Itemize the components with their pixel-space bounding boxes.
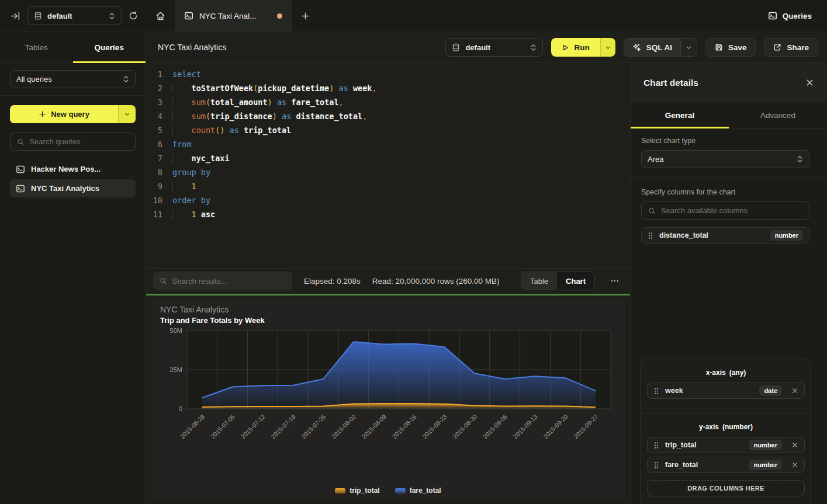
queries-button[interactable]: Queries <box>768 11 812 20</box>
y-axis-heading: y-axis(number) <box>647 423 805 431</box>
chart-type-select[interactable]: Area <box>641 150 809 168</box>
code-line[interactable]: 10order by <box>146 193 630 207</box>
terminal-icon <box>16 165 25 174</box>
query-toolbar: NYC Taxi Analytics default Run <box>146 32 827 63</box>
chart-title: NYC Taxi Analytics <box>160 305 616 314</box>
drag-handle-icon[interactable] <box>648 232 653 239</box>
share-icon <box>773 43 781 51</box>
remove-column-button[interactable] <box>791 387 798 394</box>
sidebar-tab-queries[interactable]: Queries <box>73 32 146 62</box>
share-button-label: Share <box>787 43 809 52</box>
code-line[interactable]: 11 1 asc <box>146 207 630 221</box>
column-card-fare_total[interactable]: fare_totalnumber <box>647 457 805 473</box>
area-chart[interactable]: 025M50M2015-06-282015-07-052015-07-12201… <box>160 325 614 456</box>
line-number: 2 <box>146 81 162 95</box>
refresh-button[interactable] <box>129 11 138 20</box>
chart-panel: NYC Taxi Analytics Trip and Fare Totals … <box>146 296 630 504</box>
line-number: 4 <box>146 109 162 123</box>
new-query-main[interactable]: New query <box>10 105 118 123</box>
top-bar-left: default <box>0 0 146 32</box>
drag-handle-icon[interactable] <box>653 442 659 449</box>
code-line[interactable]: 7 nyc_taxi <box>146 151 630 165</box>
sidebar-tab-tables[interactable]: Tables <box>0 32 73 62</box>
results-search-input[interactable] <box>172 277 286 286</box>
run-button-caret[interactable] <box>600 38 615 57</box>
run-button[interactable]: Run <box>551 38 615 57</box>
chevron-updown-icon <box>109 12 115 20</box>
run-database-value: default <box>452 43 490 52</box>
sidebar-query-item[interactable]: NYC Taxi Analytics <box>10 179 136 197</box>
code-text: from <box>172 137 192 151</box>
close-panel-button[interactable] <box>805 78 814 87</box>
column-card-trip_total[interactable]: trip_totalnumber <box>647 437 805 453</box>
code-line[interactable]: 3 sum(total_amount) as fare_total, <box>146 95 630 109</box>
tab-general[interactable]: General <box>631 102 729 128</box>
query-tab-active[interactable]: NYC Taxi Anal... <box>175 0 292 32</box>
line-number: 3 <box>146 95 162 109</box>
database-selector-value: default <box>34 12 72 20</box>
sidebar-query-item[interactable]: Hacker News Pos... <box>10 160 136 178</box>
query-search[interactable] <box>10 133 136 151</box>
remove-column-button[interactable] <box>791 461 798 468</box>
chart-details-body: Select chart type Area Specify columns f… <box>631 128 827 504</box>
new-tab-button[interactable] <box>292 0 319 32</box>
legend-item-fare_total[interactable]: fare_total <box>395 486 441 495</box>
sql-editor[interactable]: 1select2 toStartOfWeek(pickup_datetime) … <box>146 63 630 268</box>
terminal-icon <box>184 11 193 20</box>
drop-zone[interactable]: DRAG COLUMNS HERE <box>647 480 805 496</box>
drag-handle-icon[interactable] <box>653 461 659 469</box>
view-toggle-table[interactable]: Table <box>521 272 557 290</box>
column-card-week[interactable]: weekdate <box>647 383 805 399</box>
save-button[interactable]: Save <box>705 38 756 57</box>
legend-swatch <box>395 488 406 493</box>
results-search[interactable] <box>153 272 292 290</box>
columns-search[interactable] <box>641 201 809 220</box>
line-number: 8 <box>146 165 162 179</box>
code-line[interactable]: 8group by <box>146 165 630 179</box>
query-search-input[interactable] <box>29 137 129 146</box>
results-more-button[interactable] <box>607 276 623 286</box>
new-query-button[interactable]: New query <box>10 105 136 123</box>
code-line[interactable]: 1select <box>146 67 630 81</box>
x-tick-label: 2015-07-12 <box>239 412 267 440</box>
view-toggle-chart[interactable]: Chart <box>557 272 594 290</box>
sql-ai-button[interactable]: SQL AI <box>624 38 697 57</box>
collapse-sidebar-button[interactable] <box>11 11 20 21</box>
code-line[interactable]: 6from <box>146 137 630 151</box>
run-database-selector[interactable]: default <box>445 38 543 57</box>
column-type-badge: number <box>749 460 782 470</box>
database-icon <box>34 12 42 20</box>
code-line[interactable]: 2 toStartOfWeek(pickup_datetime) as week… <box>146 81 630 95</box>
column-card-distance_total[interactable]: distance_totalnumber <box>641 227 809 244</box>
code-text: group by <box>172 165 210 179</box>
new-query-caret[interactable] <box>118 105 136 123</box>
line-number: 1 <box>146 67 162 81</box>
axes-card: x-axis(any) weekdate y-axis(number) trip… <box>641 359 811 504</box>
tab-advanced[interactable]: Advanced <box>729 102 827 128</box>
code-text: toStartOfWeek(pickup_datetime) as week, <box>172 81 377 95</box>
remove-column-button[interactable] <box>791 442 798 449</box>
close-icon <box>791 461 798 468</box>
code-line[interactable]: 9 1 <box>146 179 630 193</box>
chart-type-section: Select chart type Area <box>631 128 827 178</box>
x-axis-rows: weekdate <box>647 383 805 399</box>
refresh-icon <box>129 11 138 20</box>
x-tick-label: 2015-07-26 <box>300 412 327 440</box>
query-filter-value: All queries <box>16 75 52 84</box>
sql-ai-caret[interactable] <box>680 39 697 56</box>
home-tab[interactable] <box>146 0 175 32</box>
run-button-main[interactable]: Run <box>551 38 600 57</box>
legend-item-trip_total[interactable]: trip_total <box>335 486 379 495</box>
toolbar-controls: default Run <box>445 38 818 57</box>
database-selector[interactable]: default <box>27 6 122 25</box>
query-filter-select[interactable]: All queries <box>10 70 136 88</box>
drag-handle-icon[interactable] <box>653 387 659 395</box>
chart-plot-area[interactable]: 025M50M2015-06-282015-07-052015-07-12201… <box>160 325 616 486</box>
code-line[interactable]: 5 count() as trip_total <box>146 123 630 137</box>
columns-search-input[interactable] <box>661 206 802 215</box>
code-line[interactable]: 4 sum(trip_distance) as distance_total, <box>146 109 630 123</box>
share-button[interactable]: Share <box>764 38 818 57</box>
read-stat: Read: 20,000,000 rows (260.00 MB) <box>372 277 500 286</box>
elapsed-stat: Elapsed: 0.208s <box>304 277 361 286</box>
sql-ai-main[interactable]: SQL AI <box>624 39 680 56</box>
